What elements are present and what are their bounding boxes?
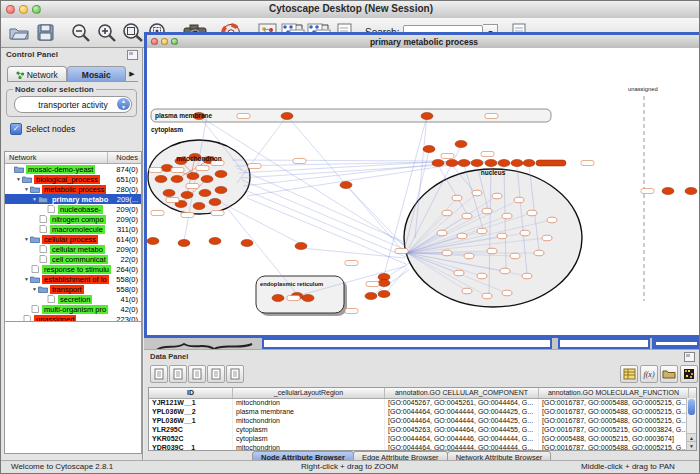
tree-row[interactable]: secretion41(0) (5, 294, 141, 304)
orange-node[interactable] (281, 112, 293, 119)
node-label-box[interactable] (345, 309, 358, 314)
node-label-box[interactable] (248, 164, 261, 169)
orange-node[interactable] (302, 294, 314, 301)
expand-arrow-icon[interactable]: ▼ (31, 286, 38, 292)
tree-row[interactable]: multi-organism pro42(0) (5, 304, 141, 314)
tree-row[interactable]: ▼metabolic process280(0) (5, 184, 141, 194)
network-view-titlebar[interactable]: primary metabolic process (147, 35, 700, 49)
column-header[interactable]: ID (149, 388, 233, 398)
tree-row[interactable]: cellular metabo209(0) (5, 244, 141, 254)
orange-node[interactable] (171, 175, 183, 182)
edge[interactable] (301, 248, 405, 258)
scroll-down-icon[interactable]: ▼ (687, 441, 696, 450)
zoom-out-icon[interactable] (69, 21, 93, 45)
node-label-box[interactable] (166, 198, 179, 203)
new-attribute-icon[interactable] (188, 365, 206, 383)
nucleus-node[interactable] (477, 228, 487, 234)
background-window-3[interactable] (652, 338, 700, 349)
network-canvas[interactable]: plasma membrane cytoplasm mitochondrion … (147, 48, 700, 335)
tree-col-nodes[interactable]: Nodes (108, 152, 141, 163)
orange-node[interactable] (187, 172, 199, 179)
table-row[interactable]: YPL036W__1mitochondrion[GO:0044464, GO:0… (149, 417, 696, 426)
nucleus-node[interactable] (462, 213, 472, 219)
expand-arrow-icon[interactable]: ▼ (15, 176, 22, 182)
orange-node-group[interactable] (536, 160, 566, 166)
nucleus-node[interactable] (464, 253, 474, 259)
zoom-in-icon[interactable] (95, 21, 119, 45)
orange-node[interactable] (423, 145, 435, 152)
tree-row[interactable]: nitrogen compo209(0) (5, 214, 141, 224)
node-label-box[interactable] (481, 152, 494, 157)
node-label-box[interactable] (293, 159, 306, 164)
edge[interactable] (232, 160, 438, 161)
nucleus-node[interactable] (454, 270, 464, 276)
edge[interactable] (242, 180, 406, 250)
orange-node[interactable] (458, 159, 470, 166)
orange-node[interactable] (340, 181, 352, 188)
expand-arrow-icon[interactable]: ▼ (31, 196, 38, 202)
table-row[interactable]: YLR295Ccytoplasm[GO:0045263, GO:0044464,… (149, 426, 696, 435)
delete-attribute-icon[interactable] (226, 365, 244, 383)
column-header[interactable]: annotation.GO MOLECULAR_FUNCTION (539, 388, 689, 398)
orange-node[interactable] (241, 239, 253, 246)
nucleus-node[interactable] (502, 290, 512, 296)
tree-row[interactable]: mosaic-demo-yeast874(0) (5, 164, 141, 174)
nucleus-node[interactable] (520, 230, 530, 236)
node-label-box[interactable] (186, 184, 199, 189)
edge[interactable] (346, 185, 406, 248)
tree-row[interactable]: ▼cellular process614(0) (5, 234, 141, 244)
orange-node[interactable] (147, 237, 159, 244)
node-label-box[interactable] (641, 189, 654, 194)
tab-overflow-icon[interactable]: ▶ (126, 70, 138, 81)
tab-mosaic[interactable]: Mosaic (67, 66, 127, 81)
table-scrollbar[interactable]: ▲ ▼ (686, 398, 696, 450)
tree-row[interactable]: ▼biological_process651(0) (5, 174, 141, 184)
orange-node[interactable] (272, 294, 284, 301)
nucleus-node[interactable] (510, 253, 520, 259)
node-label-box[interactable] (237, 114, 250, 119)
nucleus-node[interactable] (514, 197, 524, 203)
node-label-box[interactable] (196, 166, 209, 171)
nucleus-node[interactable] (547, 217, 557, 223)
nucleus-node[interactable] (462, 288, 472, 294)
nucleus-node[interactable] (497, 233, 507, 239)
save-icon[interactable] (33, 21, 57, 45)
table-row[interactable]: YDR039C__1mitochondrion[GO:0044464, GO:0… (149, 444, 696, 451)
tree-row[interactable]: nucleobase-209(0) (5, 204, 141, 214)
node-label-box[interactable] (151, 211, 164, 216)
expand-arrow-icon[interactable]: ▼ (23, 186, 30, 192)
select-nodes-checkbox[interactable]: ✓ (10, 123, 22, 135)
float-panel-icon[interactable] (127, 50, 138, 60)
tree-row[interactable]: ▼establishment of lo558(0) (5, 274, 141, 284)
nucleus-node[interactable] (442, 210, 452, 216)
tree-row[interactable]: cell communicat22(0) (5, 254, 141, 264)
nucleus-node[interactable] (487, 248, 497, 254)
orange-node[interactable] (181, 191, 193, 198)
orange-node[interactable] (209, 237, 221, 244)
orange-node[interactable] (215, 186, 227, 193)
column-header[interactable]: annotation.GO CELLULAR_COMPONENT (385, 388, 539, 398)
import-attributes-icon[interactable] (660, 365, 678, 383)
nucleus-node[interactable] (437, 230, 447, 236)
orange-node[interactable] (155, 175, 167, 182)
nucleus-node[interactable] (457, 233, 467, 239)
orange-node[interactable] (511, 159, 523, 166)
orange-node[interactable] (455, 140, 467, 147)
print-attributes-icon[interactable] (150, 365, 168, 383)
orange-node[interactable] (209, 198, 221, 205)
tab-network[interactable]: Network (7, 66, 67, 81)
scrollbar-thumb[interactable] (688, 399, 695, 415)
data-panel-float-icon[interactable] (684, 352, 695, 362)
heatmap-icon[interactable] (680, 365, 698, 383)
node-label-box[interactable] (211, 211, 224, 216)
node-label-box[interactable] (171, 168, 184, 173)
orange-node[interactable] (199, 189, 211, 196)
nucleus-node[interactable] (500, 268, 510, 274)
table-row[interactable]: YKR052Ccytoplasm[GO:0044464, GO:0044446,… (149, 435, 696, 444)
function-builder-icon[interactable]: f(x) (640, 365, 658, 383)
nucleus-node[interactable] (502, 213, 512, 219)
table-row[interactable]: YPL036W__2plasma membrane[GO:0044464, GO… (149, 408, 696, 417)
nucleus-node[interactable] (442, 250, 452, 256)
nucleus-node[interactable] (522, 273, 532, 279)
network-overview-panel[interactable] (4, 321, 142, 454)
